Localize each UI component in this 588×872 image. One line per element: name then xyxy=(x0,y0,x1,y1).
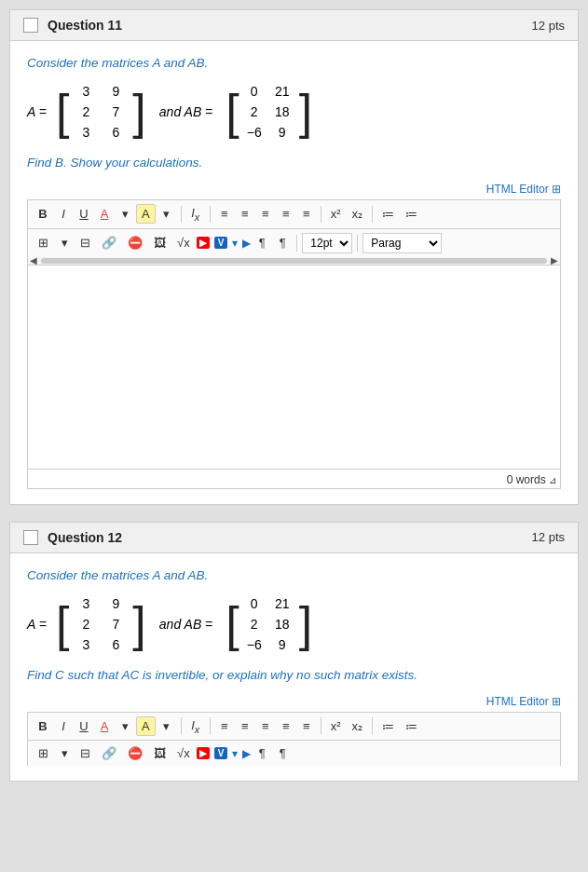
bracket-right-A: ] xyxy=(132,81,145,143)
scroll-track-11[interactable] xyxy=(41,258,547,264)
toolbar-row1-11: B I U A ▾ A ▾ Ix ≡ ≡ ≡ ≡ ≡ x² x₂ ≔ ≔ xyxy=(27,199,561,228)
italic-btn-12[interactable]: I xyxy=(54,717,73,735)
bracket-left-AB-12: [ xyxy=(226,593,239,655)
align-left-btn-12[interactable]: ≡ xyxy=(215,717,234,735)
unordered-list-btn-11[interactable]: ≔ xyxy=(401,205,422,223)
image-btn-11[interactable]: 🖼 xyxy=(149,234,171,252)
align-left-btn-11[interactable]: ≡ xyxy=(215,205,234,223)
bg-color-btn-12[interactable]: A xyxy=(136,716,156,736)
paragraph-select-11[interactable]: Parag Heading 1 Heading 2 xyxy=(362,233,442,253)
arrow-down-btn-12[interactable]: ▾ xyxy=(232,747,238,760)
bg-color-dropdown-11[interactable]: ▾ xyxy=(157,205,176,223)
matrix-A-label: A = xyxy=(27,104,47,119)
superscript-btn-12[interactable]: x² xyxy=(326,717,346,735)
scrollbar-area-11: ◀ ▶ xyxy=(27,257,561,265)
matrix-AB-cells: 021 218 −69 xyxy=(241,81,297,143)
arrow-right-btn-12[interactable]: ▶ xyxy=(242,747,251,760)
font-color-btn-11[interactable]: A xyxy=(95,205,114,223)
unlink-btn-12[interactable]: ⛔ xyxy=(123,744,147,762)
arrow-right-btn-11[interactable]: ▶ xyxy=(242,237,251,250)
matrix-AB-container: [ 021 218 −69 ] xyxy=(226,81,312,143)
ordered-list-btn-11[interactable]: ≔ xyxy=(377,205,399,223)
bracket-right-A-12: ] xyxy=(132,593,145,655)
sep4-11 xyxy=(372,206,373,223)
toolbar-row1-12: B I U A ▾ A ▾ Ix ≡ ≡ ≡ ≡ ≡ x² x₂ ≔ ≔ xyxy=(27,712,561,741)
align-justify-btn-11[interactable]: ≡ xyxy=(277,205,295,223)
para-mark2-btn-11[interactable]: ¶ xyxy=(273,234,292,252)
link-btn-12[interactable]: 🔗 xyxy=(97,744,121,762)
matrix-A-container-12: [ 39 27 36 ] xyxy=(56,593,146,655)
align-center-btn-12[interactable]: ≡ xyxy=(236,717,254,735)
question-11-matrices: A = [ 39 27 36 ] and AB = [ 021 218 −69 … xyxy=(27,81,561,143)
subscript-btn-12[interactable]: x₂ xyxy=(348,717,368,735)
para-mark2-btn-12[interactable]: ¶ xyxy=(273,744,292,762)
question-12-find: Find C such that AC is invertible, or ex… xyxy=(27,668,561,682)
youtube-btn-11[interactable]: ▶ xyxy=(197,237,210,249)
matrix-AB-cells-12: 021 218 −69 xyxy=(241,593,297,655)
superscript-btn-11[interactable]: x² xyxy=(326,205,346,223)
image-icon-btn-12[interactable]: ⊟ xyxy=(75,744,95,762)
matrix-A-label-12: A = xyxy=(27,617,47,632)
question-12-block: Question 12 12 pts Consider the matrices… xyxy=(9,522,579,783)
font-color-btn-12[interactable]: A xyxy=(95,717,114,735)
question-12-header-left: Question 12 xyxy=(23,530,122,545)
question-11-title: Question 11 xyxy=(48,18,122,33)
bg-color-dropdown-12[interactable]: ▾ xyxy=(157,717,176,735)
para-mark-btn-12[interactable]: ¶ xyxy=(253,744,271,762)
font-color-dropdown-11[interactable]: ▾ xyxy=(116,205,134,223)
align-center-btn-11[interactable]: ≡ xyxy=(236,205,254,223)
image-btn-12[interactable]: 🖼 xyxy=(149,744,171,762)
question-12-pts: 12 pts xyxy=(532,530,565,544)
bold-btn-12[interactable]: B xyxy=(34,717,52,735)
scroll-right-arrow-11[interactable]: ▶ xyxy=(551,255,558,266)
align-full-btn-12[interactable]: ≡ xyxy=(297,717,316,735)
youtube-btn-12[interactable]: ▶ xyxy=(197,747,210,759)
italic-btn-11[interactable]: I xyxy=(54,205,73,223)
table-dropdown-12[interactable]: ▾ xyxy=(55,744,74,762)
clear-format-btn-11[interactable]: Ix xyxy=(186,204,205,225)
question-12-title: Question 12 xyxy=(48,530,122,545)
align-justify-btn-12[interactable]: ≡ xyxy=(277,717,295,735)
question-12-header: Question 12 12 pts xyxy=(10,523,578,553)
arrow-down-btn-11[interactable]: ▾ xyxy=(232,237,238,250)
subscript-btn-11[interactable]: x₂ xyxy=(348,205,368,223)
table-btn-12[interactable]: ⊞ xyxy=(34,744,53,762)
ordered-list-btn-12[interactable]: ≔ xyxy=(377,717,399,735)
sep3-11 xyxy=(321,206,321,223)
underline-btn-11[interactable]: U xyxy=(75,205,93,223)
align-right-btn-12[interactable]: ≡ xyxy=(256,717,275,735)
and-AB-label: and AB = xyxy=(159,104,213,119)
html-editor-link-12[interactable]: HTML Editor ⊞ xyxy=(27,695,561,708)
sep2-12 xyxy=(210,717,211,734)
bracket-right-AB: ] xyxy=(299,81,312,143)
vimeo-btn-11[interactable]: V xyxy=(214,237,228,249)
image-icon-btn-11[interactable]: ⊟ xyxy=(75,234,95,252)
question-11-consider: Consider the matrices A and AB. xyxy=(27,56,561,70)
question-12-checkbox[interactable] xyxy=(23,530,38,545)
font-size-select-11[interactable]: 12pt 10pt 14pt 18pt xyxy=(302,233,352,253)
align-full-btn-11[interactable]: ≡ xyxy=(297,205,316,223)
underline-btn-12[interactable]: U xyxy=(75,717,93,735)
question-11-find: Find B. Show your calculations. xyxy=(27,156,561,170)
toolbar-row2-11: ⊞ ▾ ⊟ 🔗 ⛔ 🖼 √x ▶ V ▾ ▶ ¶ ¶ 12pt 10pt 14p… xyxy=(27,228,561,257)
vimeo-btn-12[interactable]: V xyxy=(214,747,228,759)
question-11-checkbox[interactable] xyxy=(23,18,38,33)
scroll-left-arrow-11[interactable]: ◀ xyxy=(30,255,37,266)
bold-btn-11[interactable]: B xyxy=(34,205,52,223)
editor-content-11[interactable] xyxy=(27,265,561,470)
sqrt-btn-12[interactable]: √x xyxy=(172,744,195,762)
bg-color-btn-11[interactable]: A xyxy=(136,204,156,224)
align-right-btn-11[interactable]: ≡ xyxy=(256,205,275,223)
link-btn-11[interactable]: 🔗 xyxy=(97,234,121,252)
sep5-11 xyxy=(296,235,297,252)
clear-format-btn-12[interactable]: Ix xyxy=(186,716,205,737)
matrix-A-container: [ 39 27 36 ] xyxy=(56,81,146,143)
unordered-list-btn-12[interactable]: ≔ xyxy=(401,717,422,735)
table-btn-11[interactable]: ⊞ xyxy=(34,234,53,252)
font-color-dropdown-12[interactable]: ▾ xyxy=(116,717,134,735)
html-editor-link-11[interactable]: HTML Editor ⊞ xyxy=(27,183,561,196)
table-dropdown-11[interactable]: ▾ xyxy=(55,234,74,252)
unlink-btn-11[interactable]: ⛔ xyxy=(123,234,147,252)
para-mark-btn-11[interactable]: ¶ xyxy=(253,234,271,252)
sqrt-btn-11[interactable]: √x xyxy=(172,234,195,252)
